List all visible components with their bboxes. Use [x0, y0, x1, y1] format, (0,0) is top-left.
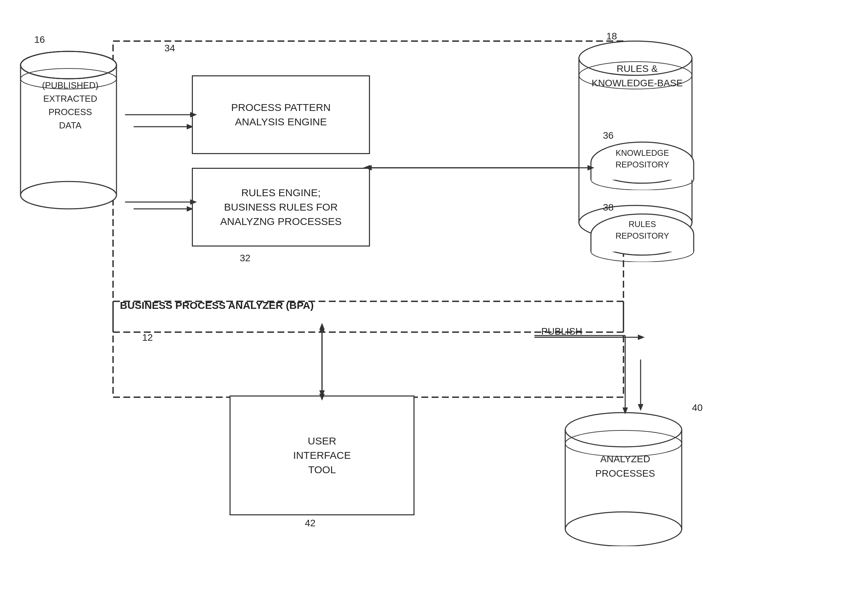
svg-marker-12	[319, 325, 325, 332]
svg-point-36	[565, 413, 682, 447]
svg-marker-15	[638, 334, 645, 340]
rules-knowledge-label: RULES &KNOWLEDGE-BASE	[583, 62, 692, 90]
rules-repo-label: RULESREPOSITORY	[593, 219, 692, 241]
ref-34: 34	[164, 43, 175, 54]
bpa-label: BUSINESS PROCESS ANALYZER (BPA)	[120, 300, 314, 311]
knowledge-repo-label: KNOWLEDGEREPOSITORY	[593, 147, 692, 170]
publish-label: PUBLISH	[541, 326, 583, 337]
svg-marker-50	[319, 323, 325, 330]
ref-16: 16	[34, 34, 45, 45]
user-interface-label: USERINTERFACETOOL	[293, 434, 351, 477]
ref-42: 42	[305, 518, 316, 529]
svg-point-18	[21, 182, 116, 209]
rules-engine-box: RULES ENGINE;BUSINESS RULES FORANALYZNG …	[192, 168, 370, 246]
process-pattern-label: PROCESS PATTERNANALYSIS ENGINE	[231, 100, 331, 129]
rules-engine-label: RULES ENGINE;BUSINESS RULES FORANALYZNG …	[220, 186, 342, 229]
ref-32: 32	[240, 253, 250, 264]
user-interface-box: USERINTERFACETOOL	[229, 396, 414, 515]
extracted-data-label: (PUBLISHED)EXTRACTEDPROCESSDATA	[21, 79, 120, 132]
diagram-container: 16 (PUBLISHED)EXTRACTEDPROCESSDATA 34 PR…	[0, 0, 841, 616]
analyzed-processes-label: ANALYZEDPROCESSES	[565, 452, 685, 481]
ref-40: 40	[692, 402, 703, 413]
svg-point-38	[565, 512, 682, 546]
svg-rect-1	[113, 301, 624, 397]
ref-12: 12	[142, 332, 153, 343]
process-pattern-box: PROCESS PATTERNANALYSIS ENGINE	[192, 75, 370, 154]
